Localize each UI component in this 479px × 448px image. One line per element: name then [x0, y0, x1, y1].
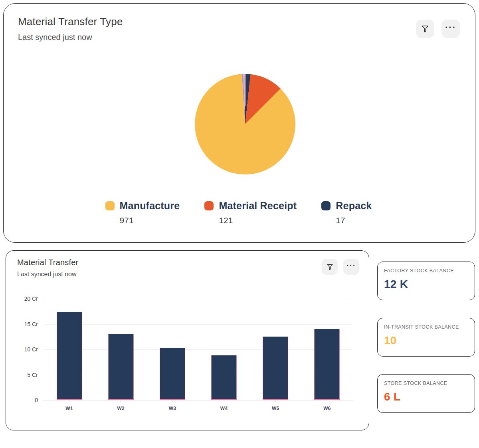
- bar-slot: [146, 299, 198, 400]
- bar-slot: [301, 299, 353, 400]
- legend-value: 17: [336, 216, 372, 225]
- x-cell: W4: [198, 400, 250, 411]
- x-axis-labels: W1 W2 W3 W4 W5 W6: [44, 400, 353, 411]
- stat-label: IN-TRANSIT STOCK BALANCE: [384, 324, 468, 330]
- bar-chart-plot: 20 Cr 15 Cr 10 Cr 5 Cr 0: [44, 299, 353, 400]
- bar-w1: [57, 312, 82, 400]
- x-tick-label: W1: [44, 406, 95, 411]
- bar-slot: [250, 299, 301, 400]
- bar-slot: [44, 299, 95, 400]
- legend-label: Manufacture: [120, 200, 180, 212]
- bar-slot: [95, 299, 146, 400]
- card-title: Material Transfer: [17, 258, 358, 267]
- pie-chart: [195, 74, 295, 174]
- more-options-button[interactable]: ···: [441, 20, 460, 38]
- x-cell: W5: [250, 400, 301, 411]
- bottom-row: Material Transfer Last synced just now ·…: [6, 250, 475, 430]
- x-axis-line: 0: [44, 400, 353, 400]
- bar-w5: [263, 337, 288, 400]
- x-tick-label: W6: [301, 406, 353, 411]
- filter-icon: [421, 24, 430, 33]
- dashboard-page: Material Transfer Type Last synced just …: [0, 0, 479, 430]
- last-synced-text: Last synced just now: [18, 33, 459, 42]
- legend-value: 121: [219, 216, 297, 225]
- ellipsis-icon: ···: [346, 262, 356, 269]
- y-tick-label: 5 Cr: [17, 372, 38, 378]
- repack-swatch: [321, 201, 331, 210]
- bar-w3: [160, 348, 185, 400]
- factory-stock-balance-card: FACTORY STOCK BALANCE 12 K: [377, 262, 475, 300]
- y-tick-label: 10 Cr: [17, 346, 38, 353]
- material-transfer-card: Material Transfer Last synced just now ·…: [6, 250, 369, 430]
- card-actions: ···: [322, 259, 359, 275]
- bar-slot: [198, 299, 250, 400]
- stat-value: 10: [384, 334, 468, 347]
- y-tick-label: 0: [17, 397, 38, 403]
- x-cell: W3: [146, 400, 198, 411]
- x-cell: W2: [95, 400, 146, 411]
- material-receipt-swatch: [204, 201, 214, 210]
- bar-w6: [314, 329, 340, 400]
- stat-label: STORE STOCK BALANCE: [384, 381, 468, 386]
- x-cell: W6: [301, 400, 353, 411]
- x-tick-label: W4: [198, 406, 250, 411]
- filter-button[interactable]: [322, 259, 338, 275]
- filter-icon: [326, 263, 334, 271]
- legend-label: Repack: [336, 200, 372, 212]
- y-tick-label: 20 Cr: [17, 295, 38, 302]
- pie-chart-area: [18, 74, 459, 174]
- x-tick-label: W2: [95, 406, 146, 411]
- bar-w2: [108, 334, 134, 400]
- stat-label: FACTORY STOCK BALANCE: [384, 268, 468, 274]
- card-title: Material Transfer Type: [18, 16, 459, 28]
- store-stock-balance-card: STORE STOCK BALANCE 6 L: [377, 374, 475, 413]
- bars-container: [44, 299, 353, 400]
- x-tick-label: W5: [250, 406, 301, 411]
- legend-row: Repack: [321, 200, 372, 212]
- stat-value: 12 K: [384, 278, 468, 291]
- legend-label: Material Receipt: [219, 200, 297, 212]
- legend-item-repack: Repack 17: [321, 200, 372, 225]
- legend-row: Material Receipt: [204, 200, 297, 212]
- x-cell: W1: [44, 400, 95, 411]
- stat-value: 6 L: [384, 391, 468, 403]
- material-transfer-type-card: Material Transfer Type Last synced just …: [3, 3, 475, 243]
- legend-item-material-receipt: Material Receipt 121: [204, 200, 297, 225]
- legend-item-manufacture: Manufacture 971: [105, 200, 180, 225]
- legend-value: 971: [120, 216, 180, 225]
- ellipsis-icon: ···: [445, 23, 456, 32]
- bar-w4: [211, 355, 237, 400]
- in-transit-stock-balance-card: IN-TRANSIT STOCK BALANCE 10: [377, 318, 475, 357]
- x-tick-label: W3: [146, 406, 198, 411]
- filter-button[interactable]: [416, 20, 434, 38]
- last-synced-text: Last synced just now: [17, 271, 358, 278]
- card-actions: ···: [416, 20, 460, 38]
- manufacture-swatch: [105, 201, 115, 210]
- pie-legend: Manufacture 971 Material Receipt 121 Rep…: [18, 200, 459, 225]
- stat-cards-column: FACTORY STOCK BALANCE 12 K IN-TRANSIT ST…: [377, 262, 475, 413]
- y-tick-label: 15 Cr: [17, 321, 38, 327]
- more-options-button[interactable]: ···: [343, 259, 359, 275]
- legend-row: Manufacture: [105, 200, 180, 212]
